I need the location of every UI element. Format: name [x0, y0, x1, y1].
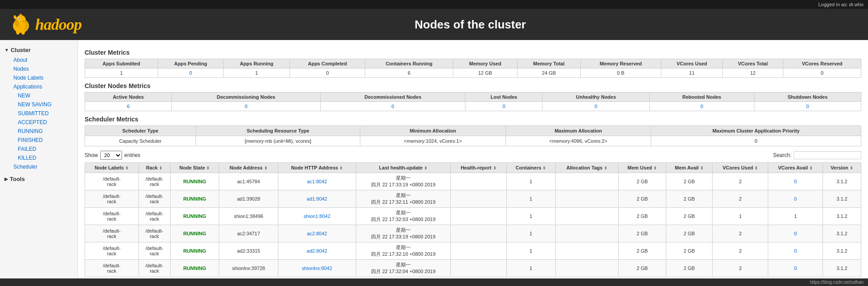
col-lost-nodes: Lost Nodes [465, 93, 542, 102]
sidebar-item-finished[interactable]: FINISHED [9, 136, 77, 145]
val-maximum-allocation: <memory:4096, vCores:2> [505, 136, 651, 146]
table-cell: 2 GB [666, 260, 713, 277]
node-http-link[interactable]: ad2:8042 [307, 248, 327, 254]
col-version[interactable]: Version ⇕ [823, 163, 861, 173]
sort-icon-version: ⇕ [850, 166, 853, 170]
sidebar-item-scheduler[interactable]: Scheduler [4, 162, 77, 171]
table-cell: 3.1.2 [823, 242, 861, 260]
table-cell: ac1:8042 [278, 173, 356, 190]
col-containers[interactable]: Containers ⇕ [506, 163, 555, 173]
sidebar-item-node-labels[interactable]: Node Labels [4, 73, 77, 82]
table-row: /default-rack/default-rackRUNNINGshion1:… [85, 208, 861, 225]
col-mem-avail[interactable]: Mem Avail ⇕ [666, 163, 713, 173]
table-cell: 3.1.2 [823, 260, 861, 277]
table-cell: shion1:8042 [278, 208, 356, 225]
col-allocation-tags[interactable]: Allocation Tags ⇕ [555, 163, 619, 173]
sidebar-app-sublinks: NEW NEW SAVING SUBMITTED ACCEPTED RUNNIN… [4, 91, 77, 162]
vcores-avail-link[interactable]: 0 [794, 248, 797, 254]
node-http-link[interactable]: ad1:8042 [307, 196, 327, 201]
vcores-avail-link[interactable]: 0 [794, 266, 797, 271]
col-health-report[interactable]: Health-report ⇕ [451, 163, 506, 173]
table-cell: 2 GB [619, 225, 666, 242]
cluster-metrics-title: Cluster Metrics [85, 49, 861, 56]
table-cell: 星期一四月 22 17:32:11 +0800 2019 [356, 190, 450, 208]
val-memory-used: 12 GB [453, 68, 517, 78]
layout: ▼ Cluster About Nodes Node Labels Applic… [0, 40, 868, 286]
sidebar-cluster-header[interactable]: ▼ Cluster [0, 44, 77, 56]
col-max-cluster-app-priority: Maximum Cluster Application Priority [651, 126, 861, 136]
sort-icon-vcores-used: ⇕ [754, 166, 758, 170]
val-memory-total: 24 GB [517, 68, 580, 78]
table-cell [555, 225, 619, 242]
val-shutdown-nodes: 0 [754, 102, 861, 111]
table-cell: /default-rack [139, 260, 170, 277]
sort-icon-node-labels: ⇕ [125, 166, 129, 170]
cluster-nodes-metrics-table: Active Nodes Decommissioning Nodes Decom… [85, 92, 861, 111]
table-cell: /default-rack [85, 190, 139, 208]
table-cell: 1 [506, 208, 555, 225]
vcores-avail-link[interactable]: 0 [794, 179, 797, 184]
val-minimum-allocation: <memory:1024, vCores:1> [360, 136, 505, 146]
val-scheduling-resource-type: [memory-mb (unit=Mi), vcores] [196, 136, 360, 146]
col-vcores-reserved: VCores Reserved [783, 59, 861, 68]
table-cell: /default-rack [85, 242, 139, 260]
sidebar-item-about[interactable]: About [4, 56, 77, 64]
vcores-avail-link[interactable]: 0 [794, 231, 797, 236]
table-cell: /default-rack [139, 208, 170, 225]
nodes-table-container: Show 20 50 100 entries Search: Node L [85, 151, 861, 285]
sidebar-item-new[interactable]: NEW [9, 91, 77, 100]
tools-arrow-icon: ▶ [4, 177, 8, 181]
val-vcores-used: 11 [661, 68, 722, 78]
sidebar-item-submitted[interactable]: SUBMITTED [9, 109, 77, 118]
node-http-link[interactable]: shionlnx:8042 [302, 266, 332, 271]
val-apps-completed: 0 [290, 68, 365, 78]
search-input[interactable] [794, 151, 861, 159]
col-last-health-update[interactable]: Last health-update ⇕ [356, 163, 450, 173]
sidebar-item-new-saving[interactable]: NEW SAVING [9, 100, 77, 109]
node-http-link[interactable]: ac1:8042 [307, 179, 327, 184]
table-cell: RUNNING [170, 242, 219, 260]
val-decommissioning-nodes: 0 [172, 102, 321, 111]
col-node-labels[interactable]: Node Labels ⇕ [85, 163, 139, 173]
sidebar-cluster-section: ▼ Cluster About Nodes Node Labels Applic… [0, 44, 77, 171]
logo-area: hadoop [9, 13, 82, 36]
col-vcores-total: VCores Total [723, 59, 783, 68]
node-http-link[interactable]: ac2:8042 [307, 231, 327, 236]
sidebar-item-applications[interactable]: Applications [4, 82, 77, 91]
table-cell: 1 [713, 208, 768, 225]
node-http-link[interactable]: shion1:8042 [304, 213, 330, 219]
sort-icon-node-address: ⇕ [264, 166, 268, 170]
val-apps-pending: 0 [158, 68, 223, 78]
col-mem-used[interactable]: Mem Used ⇕ [619, 163, 666, 173]
sidebar-tools-header[interactable]: ▶ Tools [0, 173, 77, 185]
sort-icon-vcores-avail: ⇕ [809, 166, 813, 170]
table-cell [555, 173, 619, 190]
col-rack[interactable]: Rack ⇕ [139, 163, 170, 173]
col-node-address[interactable]: Node Address ⇕ [219, 163, 278, 173]
col-shutdown-nodes: Shutdown Nodes [754, 93, 861, 102]
col-apps-completed: Apps Completed [290, 59, 365, 68]
col-node-http-address[interactable]: Node HTTP Address ⇕ [278, 163, 356, 173]
col-node-state[interactable]: Node State ⇕ [170, 163, 219, 173]
entries-select[interactable]: 20 50 100 [100, 151, 122, 160]
col-vcores-avail[interactable]: VCores Avail ⇕ [768, 163, 823, 173]
val-unhealthy-nodes: 0 [542, 102, 649, 111]
col-memory-used: Memory Used [453, 59, 517, 68]
table-cell: RUNNING [170, 260, 219, 277]
sort-icon-rack: ⇕ [159, 166, 163, 170]
sidebar-item-accepted[interactable]: ACCEPTED [9, 118, 77, 127]
sidebar-cluster-links: About Nodes Node Labels Applications NEW… [0, 56, 77, 171]
col-vcores-used[interactable]: VCores Used ⇕ [713, 163, 768, 173]
table-cell: /default-rack [139, 190, 170, 208]
cluster-nodes-metrics-title: Cluster Nodes Metrics [85, 82, 861, 89]
vcores-avail-link[interactable]: 0 [794, 196, 797, 201]
cluster-arrow-icon: ▼ [4, 48, 9, 52]
table-cell: ac2:8042 [278, 225, 356, 242]
sidebar-item-nodes[interactable]: Nodes [4, 64, 77, 73]
sidebar-item-failed[interactable]: FAILED [9, 145, 77, 153]
table-cell: /default-rack [85, 260, 139, 277]
svg-point-4 [19, 18, 20, 20]
page-title-area: Nodes of the cluster [82, 18, 859, 32]
sidebar-item-running[interactable]: RUNNING [9, 127, 77, 136]
sidebar-item-killed[interactable]: KILLED [9, 153, 77, 162]
